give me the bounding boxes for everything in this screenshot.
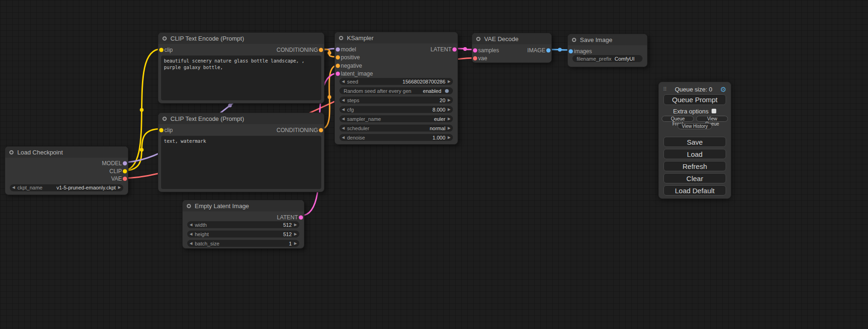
arrow-left-icon[interactable]: ◀ xyxy=(190,242,192,245)
widget-scheduler[interactable]: ◀ scheduler normal ▶ xyxy=(339,125,453,132)
widget-width[interactable]: ◀ width 512 ▶ xyxy=(187,221,299,228)
node-save-image-titlebar[interactable]: Save Image xyxy=(568,34,647,45)
drag-handle-icon[interactable]: ⠿ xyxy=(663,87,667,92)
widget-sampler-name[interactable]: ◀ sampler_name euler ▶ xyxy=(339,115,453,122)
widget-steps[interactable]: ◀ steps 20 ▶ xyxy=(339,97,453,104)
settings-gear-icon[interactable]: ⚙ xyxy=(720,86,727,93)
output-label-model: MODEL xyxy=(102,160,122,167)
clear-button[interactable]: Clear xyxy=(663,173,726,183)
output-slot-vae[interactable] xyxy=(123,177,127,181)
widget-filename-prefix[interactable]: filename_prefix ComfyUI xyxy=(572,55,642,62)
output-slot-clip[interactable] xyxy=(123,169,127,173)
node-clip-negative-titlebar[interactable]: CLIP Text Encode (Prompt) xyxy=(158,113,324,124)
slot-row: latent_image xyxy=(335,70,458,78)
widget-ckpt-name[interactable]: ◀ ckpt_name v1-5-pruned-emaonly.ckpt ▶ xyxy=(10,184,123,191)
arrow-right-icon[interactable]: ▶ xyxy=(448,108,451,112)
collapse-dot[interactable] xyxy=(162,117,167,121)
refresh-button[interactable]: Refresh xyxy=(663,161,726,171)
wire-midpoint-dot xyxy=(140,148,144,152)
node-clip-text-encode-positive[interactable]: CLIP Text Encode (Prompt) clip CONDITION… xyxy=(158,32,325,104)
node-clip-text-encode-negative[interactable]: CLIP Text Encode (Prompt) clip CONDITION… xyxy=(158,112,325,192)
node-empty-latent-titlebar[interactable]: Empty Latent Image xyxy=(183,200,304,211)
arrow-left-icon[interactable]: ◀ xyxy=(190,223,192,227)
load-button[interactable]: Load xyxy=(663,149,726,159)
arrow-right-icon[interactable]: ▶ xyxy=(118,186,121,189)
arrow-left-icon[interactable]: ◀ xyxy=(342,108,345,112)
collapse-dot[interactable] xyxy=(572,38,576,42)
widget-label: height xyxy=(195,231,209,237)
load-default-button[interactable]: Load Default xyxy=(663,185,726,196)
save-button[interactable]: Save xyxy=(663,137,726,147)
collapse-dot[interactable] xyxy=(476,37,480,41)
widget-value: v1-5-pruned-emaonly.ckpt xyxy=(45,185,116,190)
node-title: VAE Decode xyxy=(484,35,518,42)
widget-seed[interactable]: ◀ seed 156680208700286 ▶ xyxy=(339,78,453,85)
arrow-right-icon[interactable]: ▶ xyxy=(294,242,297,245)
collapse-dot[interactable] xyxy=(162,36,167,41)
queue-menu-panel[interactable]: ⠿ Queue size: 0 ⚙ Queue Prompt Extra opt… xyxy=(658,82,731,199)
output-slot-conditioning[interactable] xyxy=(319,48,323,52)
node-load-checkpoint[interactable]: Load Checkpoint MODEL CLIP VAE ◀ ckpt_na… xyxy=(5,146,128,195)
node-vae-decode[interactable]: VAE Decode samples IMAGE vae xyxy=(472,33,552,63)
queue-prompt-button[interactable]: Queue Prompt xyxy=(663,94,726,105)
node-save-image[interactable]: Save Image images filename_prefix ComfyU… xyxy=(567,34,648,67)
input-label-model: model xyxy=(341,46,356,53)
input-slot-clip[interactable] xyxy=(159,128,163,132)
output-label-latent: LATENT xyxy=(430,46,452,53)
output-slot-latent[interactable] xyxy=(299,215,303,219)
output-slot-model[interactable] xyxy=(123,161,127,166)
widget-label: cfg xyxy=(347,107,354,112)
slot-row: model LATENT xyxy=(335,45,458,54)
toggle-dot[interactable] xyxy=(445,89,449,93)
widget-random-seed-toggle[interactable]: Random seed after every gen enabled xyxy=(339,87,453,94)
input-slot-images[interactable] xyxy=(569,49,573,53)
arrow-right-icon[interactable]: ▶ xyxy=(448,136,451,140)
arrow-left-icon[interactable]: ◀ xyxy=(342,117,345,121)
widget-batch-size[interactable]: ◀ batch_size 1 ▶ xyxy=(187,240,299,247)
node-load-checkpoint-titlebar[interactable]: Load Checkpoint xyxy=(5,147,128,158)
arrow-right-icon[interactable]: ▶ xyxy=(448,117,451,121)
queue-front-button[interactable]: Queue Front xyxy=(662,116,694,122)
slot-row: clip CONDITIONING xyxy=(158,46,324,54)
arrow-left-icon[interactable]: ◀ xyxy=(12,186,15,189)
arrow-right-icon[interactable]: ▶ xyxy=(294,232,297,236)
output-slot-conditioning[interactable] xyxy=(319,128,323,132)
input-slot-samples[interactable] xyxy=(473,48,477,52)
node-ksampler[interactable]: KSampler model LATENT positive negative … xyxy=(334,32,458,145)
node-clip-positive-titlebar[interactable]: CLIP Text Encode (Prompt) xyxy=(158,33,324,44)
output-slot-image[interactable] xyxy=(546,48,550,52)
comfyui-canvas[interactable]: { "colors": { "model": "#B39DDB", "clip"… xyxy=(0,0,868,329)
arrow-left-icon[interactable]: ◀ xyxy=(342,136,345,140)
input-slot-positive[interactable] xyxy=(336,56,340,60)
arrow-left-icon[interactable]: ◀ xyxy=(190,232,192,236)
arrow-left-icon[interactable]: ◀ xyxy=(342,80,345,84)
arrow-right-icon[interactable]: ▶ xyxy=(448,80,451,84)
node-empty-latent-image[interactable]: Empty Latent Image LATENT ◀ width 512 ▶ … xyxy=(182,200,304,249)
negative-prompt-textarea[interactable]: text, watermark xyxy=(161,136,321,189)
input-slot-vae[interactable] xyxy=(473,56,477,61)
widget-denoise[interactable]: ◀ denoise 1.000 ▶ xyxy=(339,134,453,141)
node-vae-decode-titlebar[interactable]: VAE Decode xyxy=(472,33,551,44)
input-slot-clip[interactable] xyxy=(159,48,163,52)
arrow-left-icon[interactable]: ◀ xyxy=(342,98,345,102)
widget-height[interactable]: ◀ height 512 ▶ xyxy=(187,231,299,238)
input-label-clip: clip xyxy=(164,47,173,53)
collapse-dot[interactable] xyxy=(187,204,191,208)
widget-cfg[interactable]: ◀ cfg 8.000 ▶ xyxy=(339,106,453,113)
collapse-dot[interactable] xyxy=(339,36,343,40)
collapse-dot[interactable] xyxy=(9,150,14,154)
input-slot-negative[interactable] xyxy=(336,63,340,68)
widget-label: seed xyxy=(347,79,358,84)
view-history-button[interactable]: View History xyxy=(677,123,712,129)
arrow-right-icon[interactable]: ▶ xyxy=(448,98,451,102)
view-queue-button[interactable]: View Queue xyxy=(696,116,728,122)
node-ksampler-titlebar[interactable]: KSampler xyxy=(335,32,458,43)
input-slot-model[interactable] xyxy=(336,47,340,51)
positive-prompt-textarea[interactable]: beautiful scenery nature glass bottle la… xyxy=(161,56,321,100)
arrow-right-icon[interactable]: ▶ xyxy=(294,223,297,227)
output-slot-latent[interactable] xyxy=(452,47,457,51)
arrow-right-icon[interactable]: ▶ xyxy=(448,126,451,130)
extra-options-checkbox[interactable] xyxy=(712,109,716,113)
input-slot-latent-image[interactable] xyxy=(336,72,340,76)
arrow-left-icon[interactable]: ◀ xyxy=(342,126,345,130)
